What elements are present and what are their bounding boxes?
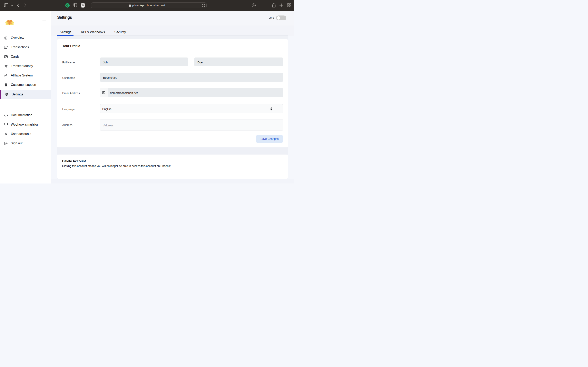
svg-text:G: G: [66, 4, 69, 7]
